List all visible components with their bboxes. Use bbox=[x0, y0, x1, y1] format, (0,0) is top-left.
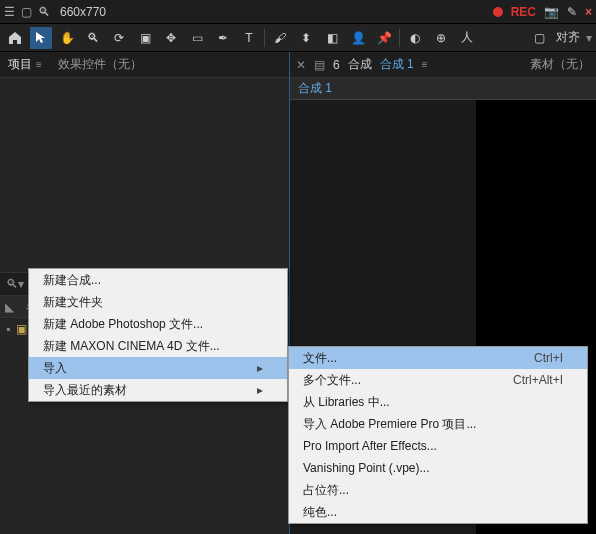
camera-tool-icon[interactable]: ▣ bbox=[134, 27, 156, 49]
menu-label: 新建 Adobe Photoshop 文件... bbox=[43, 316, 203, 333]
extra-tool-2-icon[interactable]: ⊕ bbox=[430, 27, 452, 49]
window-icon[interactable]: ▢ bbox=[21, 5, 32, 19]
menu-import-premiere[interactable]: 导入 Adobe Premiere Pro 项目... bbox=[289, 413, 587, 435]
record-dot-icon bbox=[493, 7, 503, 17]
menu-label: Vanishing Point (.vpe)... bbox=[303, 461, 430, 475]
toolbar: ✋ 🔍︎ ⟳ ▣ ✥ ▭ ✒ T 🖌 ⬍ ◧ 👤 📌 ◐ ⊕ 人 ▢ 对齐 ▾ bbox=[0, 24, 596, 52]
tab-composition-name[interactable]: 合成 1 bbox=[380, 56, 414, 73]
menu-import-libraries[interactable]: 从 Libraries 中... bbox=[289, 391, 587, 413]
layer-icon[interactable]: ▤ bbox=[314, 58, 325, 72]
layer-count: 6 bbox=[333, 58, 340, 72]
brush-tool-icon[interactable]: 🖌 bbox=[269, 27, 291, 49]
menu-import-placeholder[interactable]: 占位符... bbox=[289, 479, 587, 501]
menu-label: 新建 MAXON CINEMA 4D 文件... bbox=[43, 338, 220, 355]
arrow-tool-icon[interactable] bbox=[30, 27, 52, 49]
search-icon[interactable]: 🔍︎▾ bbox=[6, 277, 24, 291]
search-icon[interactable]: 🔍︎ bbox=[38, 5, 50, 19]
window-title: 660x770 bbox=[60, 5, 106, 19]
tab-effect-controls[interactable]: 效果控件（无） bbox=[58, 56, 142, 73]
chevron-down-icon[interactable]: ▾ bbox=[586, 31, 592, 45]
menu-import-vpe[interactable]: Vanishing Point (.vpe)... bbox=[289, 457, 587, 479]
menu-shortcut: Ctrl+Alt+I bbox=[483, 373, 563, 387]
tab-composition-label[interactable]: 合成 bbox=[348, 56, 372, 73]
stamp-tool-icon[interactable]: ⬍ bbox=[295, 27, 317, 49]
menu-new-photoshop[interactable]: 新建 Adobe Photoshop 文件... bbox=[29, 313, 287, 335]
tab-material[interactable]: 素材（无） bbox=[530, 56, 590, 73]
roto-tool-icon[interactable]: 👤 bbox=[347, 27, 369, 49]
menu-import-file[interactable]: 文件...Ctrl+I bbox=[289, 347, 587, 369]
project-panel-tabs: 项目 ≡ 效果控件（无） bbox=[0, 52, 289, 78]
align-label[interactable]: 对齐 bbox=[556, 29, 580, 46]
composition-icon: ▣ bbox=[16, 322, 27, 336]
menu-label: 占位符... bbox=[303, 482, 349, 499]
menu-label: 从 Libraries 中... bbox=[303, 394, 390, 411]
menu-new-folder[interactable]: 新建文件夹 bbox=[29, 291, 287, 313]
rect-tool-icon[interactable]: ▭ bbox=[186, 27, 208, 49]
menu-import-multiple[interactable]: 多个文件...Ctrl+Alt+I bbox=[289, 369, 587, 391]
menu-new-c4d[interactable]: 新建 MAXON CINEMA 4D 文件... bbox=[29, 335, 287, 357]
home-icon[interactable] bbox=[4, 27, 26, 49]
close-button[interactable]: × bbox=[585, 5, 592, 19]
context-menu-import-sub: 文件...Ctrl+I 多个文件...Ctrl+Alt+I 从 Librarie… bbox=[288, 346, 588, 524]
titlebar: ☰ ▢ 🔍︎ 660x770 REC 📷 ✎ × bbox=[0, 0, 596, 24]
menu-label: 文件... bbox=[303, 350, 337, 367]
tag-icon[interactable]: ◣ bbox=[0, 300, 18, 314]
menu-label: 新建合成... bbox=[43, 272, 101, 289]
record-label[interactable]: REC bbox=[511, 5, 536, 19]
project-content[interactable] bbox=[0, 78, 289, 272]
menu-label: 纯色... bbox=[303, 504, 337, 521]
toolbar-divider bbox=[399, 29, 400, 47]
hand-tool-icon[interactable]: ✋ bbox=[56, 27, 78, 49]
active-composition-tab[interactable]: 合成 1 bbox=[298, 80, 332, 97]
menu-label: 新建文件夹 bbox=[43, 294, 103, 311]
submenu-arrow-icon: ▸ bbox=[257, 383, 263, 397]
menu-new-composition[interactable]: 新建合成... bbox=[29, 269, 287, 291]
orbit-tool-icon[interactable]: ⟳ bbox=[108, 27, 130, 49]
menu-import-solid[interactable]: 纯色... bbox=[289, 501, 587, 523]
menu-label: 导入 bbox=[43, 360, 67, 377]
menu-label: Pro Import After Effects... bbox=[303, 439, 437, 453]
expand-icon[interactable]: ▪ bbox=[6, 322, 10, 336]
extra-tool-1-icon[interactable]: ◐ bbox=[404, 27, 426, 49]
snap-icon[interactable]: ▢ bbox=[528, 27, 550, 49]
puppet-tool-icon[interactable]: 📌 bbox=[373, 27, 395, 49]
composition-panel-tabs: ✕ ▤ 6 合成 合成 1 ≡ 素材（无） bbox=[290, 52, 596, 78]
extra-tool-3-icon[interactable]: 人 bbox=[456, 27, 478, 49]
pencil-icon[interactable]: ✎ bbox=[567, 5, 577, 19]
submenu-arrow-icon: ▸ bbox=[257, 361, 263, 375]
x-icon[interactable]: ✕ bbox=[296, 58, 306, 72]
tab-menu-icon[interactable]: ≡ bbox=[36, 59, 42, 70]
camera-icon[interactable]: 📷 bbox=[544, 5, 559, 19]
menu-label: 多个文件... bbox=[303, 372, 361, 389]
anchor-tool-icon[interactable]: ✥ bbox=[160, 27, 182, 49]
zoom-tool-icon[interactable]: 🔍︎ bbox=[82, 27, 104, 49]
pen-tool-icon[interactable]: ✒ bbox=[212, 27, 234, 49]
menu-shortcut: Ctrl+I bbox=[504, 351, 563, 365]
menu-label: 导入最近的素材 bbox=[43, 382, 127, 399]
tab-project-label: 项目 bbox=[8, 56, 32, 73]
context-menu-project: 新建合成... 新建文件夹 新建 Adobe Photoshop 文件... 新… bbox=[28, 268, 288, 402]
tab-menu-icon[interactable]: ≡ bbox=[422, 59, 428, 70]
eraser-tool-icon[interactable]: ◧ bbox=[321, 27, 343, 49]
text-tool-icon[interactable]: T bbox=[238, 27, 260, 49]
menu-label: 导入 Adobe Premiere Pro 项目... bbox=[303, 416, 476, 433]
menu-import-pro[interactable]: Pro Import After Effects... bbox=[289, 435, 587, 457]
menu-icon[interactable]: ☰ bbox=[4, 5, 15, 19]
toolbar-divider bbox=[264, 29, 265, 47]
menu-import[interactable]: 导入▸ bbox=[29, 357, 287, 379]
composition-tab-row: 合成 1 bbox=[290, 78, 596, 100]
tab-project[interactable]: 项目 ≡ bbox=[8, 56, 42, 73]
menu-import-recent[interactable]: 导入最近的素材▸ bbox=[29, 379, 287, 401]
